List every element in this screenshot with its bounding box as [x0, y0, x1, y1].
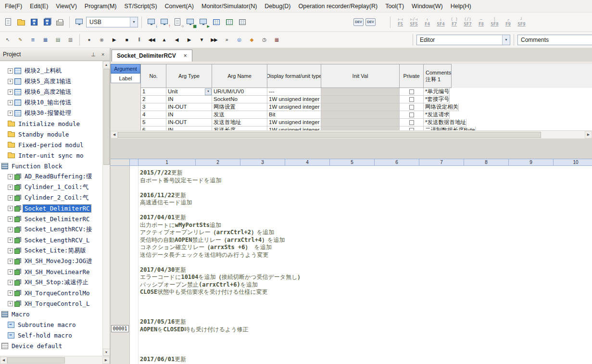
script-line[interactable]	[140, 207, 592, 214]
list-view-icon[interactable]: ≣	[27, 35, 38, 45]
registration-monitor-icon[interactable]	[210, 16, 222, 28]
online-edit-icon[interactable]: ◎	[233, 35, 245, 45]
pin-icon[interactable]: ⊥	[89, 50, 97, 58]
tree-item[interactable]: + Function Block	[0, 161, 102, 171]
expand-toggle-icon[interactable]: +	[8, 206, 13, 211]
transfer-from-plc-icon[interactable]	[158, 16, 170, 28]
argument-row[interactable]: 2 IN ▼ SocketNo 1W unsigned integer *套接字…	[141, 96, 592, 103]
cell-private[interactable]	[400, 126, 424, 130]
script-column-number[interactable]: 4	[285, 159, 330, 165]
cell-display-format[interactable]: ---	[267, 88, 321, 96]
menu-item[interactable]: Program(M)	[81, 1, 121, 12]
cell-arg-type[interactable]: IN ▼	[166, 96, 212, 103]
expand-toggle-icon[interactable]: +	[8, 227, 13, 232]
column-header-private[interactable]: Private	[400, 64, 424, 88]
cell-no[interactable]: 3	[141, 103, 166, 111]
cell-display-format[interactable]: 1W unsigned integer	[267, 119, 321, 126]
cell-private[interactable]	[400, 111, 424, 119]
tree-item[interactable]: + XH_TorqueControlMo	[0, 288, 102, 298]
tree-item[interactable]: + 模块30-报警处理	[0, 108, 102, 118]
script-line[interactable]: 2017/04/30更新	[140, 266, 592, 274]
step-forward-icon[interactable]: ▶	[183, 35, 195, 45]
script-line[interactable]	[140, 311, 592, 319]
scroll-down-icon[interactable]: ▼	[103, 349, 110, 356]
comm-monitor-icon[interactable]	[73, 16, 85, 28]
argument-row[interactable]: 1 Unit ▼ UR/UM/UV0 --- *单元编号	[141, 88, 592, 96]
function-key-button[interactable]: ┌ F9	[502, 15, 515, 29]
skip-to-end-icon[interactable]: ▶▶	[208, 35, 220, 45]
script-line[interactable]	[140, 333, 592, 341]
argument-row[interactable]: 5 IN-OUT ▼ 发送首地址 1W unsigned integer *发送…	[141, 119, 592, 126]
cell-arg-type[interactable]: IN ▼	[166, 126, 212, 130]
tab-label[interactable]: Label	[111, 74, 140, 83]
cell-init-val[interactable]	[321, 103, 400, 111]
tree-item[interactable]: + 模块2_上料机	[0, 65, 102, 76]
expand-toggle-icon[interactable]: +	[8, 79, 13, 84]
tree-item[interactable]: + Inter-unit sync mo	[0, 150, 102, 161]
expand-toggle-icon[interactable]: +	[8, 280, 13, 285]
cell-init-val[interactable]	[321, 111, 400, 119]
scrollbar-thumb[interactable]	[118, 132, 541, 138]
expand-toggle-icon[interactable]: +	[8, 301, 13, 306]
step-down-icon[interactable]: ▼	[196, 35, 207, 45]
function-key-button[interactable]: (/) SF7	[461, 15, 474, 29]
expand-toggle-icon[interactable]: +	[8, 216, 13, 222]
scroll-right-icon[interactable]: ▶	[585, 131, 592, 138]
cell-no[interactable]: 4	[141, 111, 166, 119]
expand-toggle-icon[interactable]: +	[8, 248, 13, 253]
cell-arg-name[interactable]: 发送长度	[212, 126, 267, 130]
verify-program-icon[interactable]	[171, 16, 183, 28]
cell-private[interactable]	[400, 88, 424, 96]
menu-item[interactable]: Tool(T)	[381, 1, 408, 12]
cell-arg-name[interactable]: SocketNo	[212, 96, 267, 103]
cell-arg-type[interactable]: IN-OUT ▼	[166, 119, 212, 126]
script-line[interactable]	[140, 348, 592, 356]
script-line[interactable]: CLOSE状態中も受信要求を受け付ける仕様に変更	[140, 289, 592, 296]
record-movie-icon[interactable]: ▦	[271, 35, 282, 45]
private-checkbox[interactable]	[409, 105, 414, 110]
open-file-icon[interactable]	[15, 16, 27, 28]
script-text-area[interactable]: 2015/7/22更新自ポート番号設定モードを追加2016/11/22更新高速通…	[139, 166, 592, 364]
script-line[interactable]: 2015/7/22更新	[140, 169, 592, 177]
scroll-up-icon[interactable]: ▲	[103, 61, 110, 68]
tree-item[interactable]: + Macro	[0, 309, 102, 319]
private-checkbox[interactable]	[409, 113, 414, 117]
cell-arg-type[interactable]: IN-OUT ▼	[166, 103, 212, 111]
script-line[interactable]	[140, 303, 592, 311]
cell-comment[interactable]: *单元编号	[424, 88, 450, 96]
private-checkbox[interactable]	[409, 120, 414, 125]
print-icon[interactable]	[54, 16, 66, 28]
cell-no[interactable]: 6	[141, 126, 166, 130]
cell-no[interactable]: 1	[141, 88, 166, 96]
column-header-arg-name[interactable]: Arg Name	[212, 64, 267, 88]
chevron-down-icon[interactable]: ▼	[502, 35, 510, 45]
select-tool-icon[interactable]: ↖	[2, 35, 13, 45]
tree-item[interactable]: + Device default	[0, 340, 102, 351]
cell-init-val[interactable]	[321, 96, 400, 103]
cell-comment[interactable]: 网络设定相关	[424, 103, 459, 111]
monitor-mode-icon[interactable]	[184, 16, 196, 28]
argument-horizontal-scrollbar[interactable]: ◀ ▶	[111, 130, 592, 138]
expand-toggle-icon[interactable]: +	[8, 185, 13, 190]
script-column-number[interactable]: 8	[464, 159, 509, 165]
simulator-icon[interactable]	[197, 16, 209, 28]
menu-item[interactable]: Window(W)	[408, 1, 447, 12]
menu-item[interactable]: Help(H)	[447, 1, 475, 12]
tree-item[interactable]: + Subroutine macro	[0, 319, 102, 330]
chevron-down-icon[interactable]: ▼	[205, 88, 212, 95]
column-header-arg-type[interactable]: Arg Type	[166, 64, 212, 88]
column-header-no[interactable]: No.	[141, 64, 166, 88]
cell-comment[interactable]: *发送数据首地址	[424, 119, 466, 126]
expand-toggle-icon[interactable]: +	[8, 238, 13, 243]
timer-icon[interactable]: ◷	[258, 35, 270, 45]
expand-toggle-icon[interactable]: +	[8, 68, 13, 74]
scrollbar-thumb[interactable]	[7, 357, 65, 364]
menu-item[interactable]: Edit(E)	[26, 1, 52, 12]
tree-item[interactable]: + Cylinder_1_Coil:气	[0, 182, 102, 192]
script-line[interactable]: 受信時の自動AOPEN禁止リレー（arrxCtrl+4）を追加	[140, 237, 592, 244]
column-header-comments[interactable]: Comments 注释 1	[424, 64, 452, 88]
script-line[interactable]: 自ポート番号設定モードを追加	[140, 177, 592, 185]
cell-private[interactable]	[400, 103, 424, 111]
tab-argument[interactable]: Argument	[111, 64, 140, 74]
menu-item[interactable]: Operation recorder/Replay(R)	[295, 1, 382, 12]
